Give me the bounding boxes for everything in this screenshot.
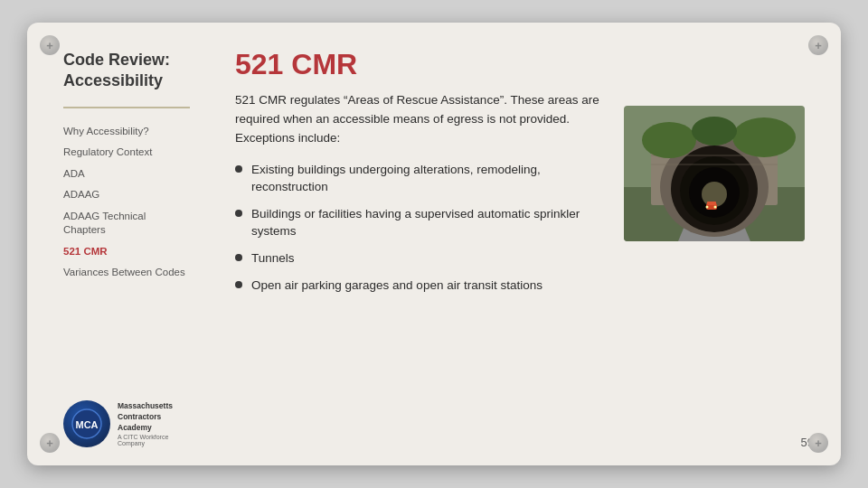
logo-sub: A CITC Workforce Company: [118, 434, 190, 446]
bullet-item-3: Tunnels: [235, 249, 608, 267]
screw-top-right: [808, 35, 828, 55]
svg-point-15: [714, 206, 717, 209]
tunnel-image: [624, 106, 805, 241]
sidebar: Code Review: Accessibility Why Accessibi…: [27, 23, 208, 465]
text-section: 521 CMR regulates “Areas of Rescue Assis…: [235, 91, 608, 447]
sidebar-item-adaag[interactable]: ADAAG: [63, 184, 190, 206]
bullet-text-4: Open air parking garages and open air tr…: [251, 277, 542, 295]
sidebar-item-variances[interactable]: Variances Between Codes: [63, 262, 190, 284]
bullet-dot-4: [235, 281, 242, 288]
svg-point-20: [692, 117, 737, 145]
logo-text: MassachusettsContractors Academy A CITC …: [118, 401, 190, 446]
logo-circle: MCA: [63, 400, 110, 447]
bullet-item-2: Buildings or facilities having a supervi…: [235, 205, 608, 240]
screw-bottom-left: [40, 433, 60, 453]
slide-title: Code Review: Accessibility: [63, 50, 190, 92]
intro-paragraph: 521 CMR regulates “Areas of Rescue Assis…: [235, 91, 608, 148]
svg-point-14: [706, 206, 709, 209]
sidebar-item-ada[interactable]: ADA: [63, 164, 190, 185]
svg-rect-13: [707, 202, 716, 205]
bullet-dot-3: [235, 254, 242, 261]
bullet-dot-2: [235, 210, 242, 217]
logo-icon: MCA: [71, 408, 103, 440]
bullet-text-2: Buildings or facilities having a supervi…: [251, 205, 608, 240]
sidebar-item-521-cmr[interactable]: 521 CMR: [63, 241, 190, 263]
logo-area: MCA MassachusettsContractors Academy A C…: [63, 400, 190, 447]
content-title: 521 CMR: [235, 50, 805, 79]
bullet-list: Existing buildings undergoing alteration…: [235, 161, 608, 294]
slide: Code Review: Accessibility Why Accessibi…: [27, 23, 841, 465]
bullet-dot-1: [235, 165, 242, 173]
sidebar-item-regulatory-context[interactable]: Regulatory Context: [63, 142, 190, 164]
svg-point-19: [732, 117, 796, 157]
bullet-item-4: Open air parking garages and open air tr…: [235, 277, 608, 295]
svg-text:MCA: MCA: [75, 419, 98, 430]
svg-point-18: [642, 122, 696, 158]
sidebar-item-why-accessibility[interactable]: Why Accessibility?: [63, 121, 190, 143]
sidebar-item-adaag-technical[interactable]: ADAAG Technical Chapters: [63, 206, 190, 241]
logo-org: MassachusettsContractors Academy: [118, 401, 190, 434]
main-content: 521 CMR 521 CMR regulates “Areas of Resc…: [208, 23, 841, 465]
bullet-text-1: Existing buildings undergoing alteration…: [251, 161, 608, 196]
divider: [63, 107, 190, 108]
screw-top-left: [40, 35, 60, 55]
screw-bottom-right: [808, 433, 828, 453]
content-body: 521 CMR regulates “Areas of Rescue Assis…: [235, 91, 805, 447]
bullet-item-1: Existing buildings undergoing alteration…: [235, 161, 608, 196]
bullet-text-3: Tunnels: [251, 249, 295, 267]
